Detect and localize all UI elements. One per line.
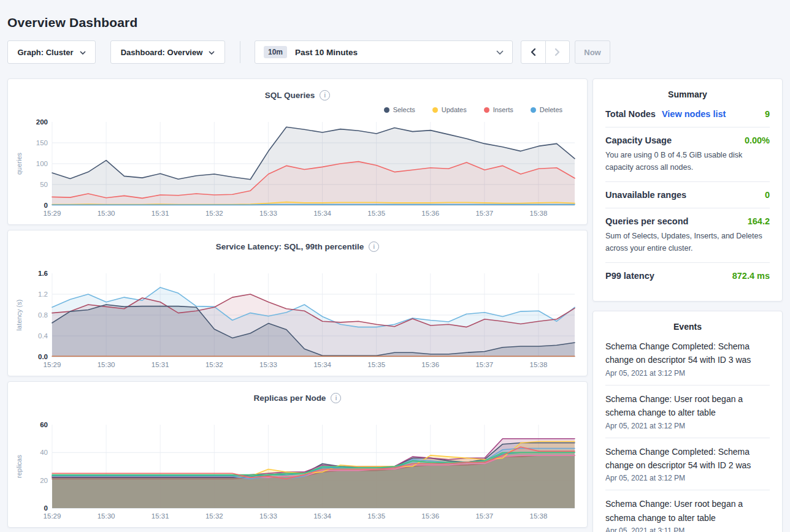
svg-text:15:34: 15:34 — [313, 210, 331, 217]
svg-text:15:30: 15:30 — [98, 210, 115, 217]
info-icon[interactable]: i — [331, 393, 341, 403]
svg-text:1.2: 1.2 — [38, 291, 48, 298]
y-axis-label: replicas — [15, 455, 23, 478]
legend-item-deletes[interactable]: Deletes — [531, 106, 562, 113]
legend-dot — [432, 107, 438, 113]
chart-legend — [8, 254, 587, 268]
svg-text:15:33: 15:33 — [259, 512, 277, 520]
svg-text:15:33: 15:33 — [259, 210, 277, 217]
svg-text:15:38: 15:38 — [530, 361, 548, 368]
summary-label: Queries per second — [605, 216, 688, 226]
summary-row-unavailable-ranges: Unavailable ranges 0 — [605, 181, 770, 208]
svg-text:50: 50 — [40, 181, 48, 188]
legend-item-inserts[interactable]: Inserts — [484, 106, 513, 113]
events-title: Events — [593, 311, 782, 336]
svg-text:15:29: 15:29 — [44, 512, 61, 520]
chevron-down-icon — [496, 48, 504, 57]
legend-label: Deletes — [540, 106, 562, 113]
graph-dropdown[interactable]: Graph: Cluster — [7, 40, 96, 64]
svg-text:0: 0 — [44, 504, 48, 512]
summary-label: Capacity Usage — [605, 135, 672, 145]
event-item[interactable]: Schema Change Completed: Schema change o… — [605, 438, 770, 490]
svg-text:15:32: 15:32 — [205, 210, 223, 217]
legend-item-selects[interactable]: Selects — [384, 106, 415, 113]
event-message: Schema Change Completed: Schema change o… — [605, 340, 770, 367]
svg-text:60: 60 — [40, 421, 48, 428]
summary-label: P99 latency — [605, 271, 654, 281]
time-step-buttons — [521, 40, 570, 64]
info-icon[interactable]: i — [320, 90, 330, 101]
summary-panel: Summary Total Nodes View nodes list 9 Ca… — [592, 78, 783, 302]
y-axis-label: queries — [15, 153, 23, 175]
sql-queries-chart: 15:2915:3015:3115:3215:3315:3415:3515:36… — [24, 117, 587, 222]
event-timestamp: Apr 05, 2021 at 3:12 PM — [605, 369, 770, 378]
graph-dropdown-label: Graph: Cluster — [17, 48, 73, 57]
event-timestamp: Apr 05, 2021 at 3:11 PM — [605, 526, 770, 532]
svg-text:15:30: 15:30 — [98, 361, 115, 368]
chart-title-service-latency: Service Latency: SQL, 99th percentile — [216, 242, 364, 251]
summary-description: You are using 0 B of 4.5 GiB usable disk… — [605, 149, 770, 173]
summary-value: 9 — [765, 109, 770, 119]
summary-row-queries-per-second: Queries per second 164.2 Sum of Selects,… — [605, 208, 770, 262]
chart-legend: SelectsUpdatesInsertsDeletes — [8, 102, 587, 117]
sql-queries-panel: SQL Queries i SelectsUpdatesInsertsDelet… — [7, 78, 588, 225]
y-axis-label: latency (s) — [15, 300, 23, 331]
dashboard-dropdown[interactable]: Dashboard: Overview — [110, 40, 225, 64]
svg-text:15:33: 15:33 — [259, 361, 277, 368]
svg-text:0: 0 — [44, 202, 48, 209]
svg-text:15:35: 15:35 — [367, 361, 385, 368]
svg-text:100: 100 — [36, 160, 48, 167]
view-nodes-list-link[interactable]: View nodes list — [662, 109, 726, 119]
step-forward-button[interactable] — [545, 41, 570, 63]
svg-text:15:29: 15:29 — [44, 361, 61, 368]
svg-text:15:38: 15:38 — [530, 210, 548, 217]
event-item[interactable]: Schema Change: User root began a schema … — [605, 490, 770, 532]
svg-text:0.4: 0.4 — [38, 332, 48, 340]
summary-value: 0.00% — [745, 135, 770, 145]
summary-row-p99-latency: P99 latency 872.4 ms — [605, 262, 770, 289]
chevron-down-icon — [80, 48, 86, 57]
legend-item-updates[interactable]: Updates — [432, 106, 467, 113]
svg-text:0.8: 0.8 — [38, 311, 48, 319]
svg-text:15:29: 15:29 — [44, 210, 61, 217]
svg-text:15:35: 15:35 — [367, 210, 385, 217]
summary-row-total-nodes: Total Nodes View nodes list 9 — [605, 104, 770, 127]
event-item[interactable]: Schema Change: User root began a schema … — [605, 385, 770, 438]
svg-text:15:37: 15:37 — [475, 361, 493, 368]
event-item[interactable]: Schema Change Completed: Schema change o… — [605, 336, 770, 385]
summary-title: Summary — [593, 79, 782, 104]
svg-text:15:36: 15:36 — [421, 210, 439, 217]
summary-value: 0 — [765, 190, 770, 200]
chevron-down-icon — [209, 48, 215, 57]
now-button[interactable]: Now — [575, 40, 610, 64]
chart-title-sql-queries: SQL Queries — [265, 91, 315, 100]
svg-text:15:31: 15:31 — [151, 512, 169, 520]
svg-text:40: 40 — [40, 449, 48, 456]
chart-title-replicas: Replicas per Node — [254, 393, 326, 403]
event-timestamp: Apr 05, 2021 at 3:12 PM — [605, 422, 770, 430]
svg-text:15:35: 15:35 — [367, 512, 385, 520]
summary-description: Sum of Selects, Updates, Inserts, and De… — [605, 230, 770, 254]
info-icon[interactable]: i — [369, 241, 379, 252]
legend-dot — [531, 107, 536, 113]
svg-text:15:37: 15:37 — [475, 210, 493, 217]
legend-dot — [384, 107, 389, 113]
svg-text:15:36: 15:36 — [421, 512, 439, 520]
svg-text:15:31: 15:31 — [151, 361, 169, 368]
replicas-per-node-chart: 15:2915:3015:3115:3215:3315:3415:3515:36… — [24, 420, 587, 525]
svg-text:15:32: 15:32 — [205, 512, 223, 520]
time-range-badge: 10m — [264, 46, 287, 58]
svg-text:15:34: 15:34 — [313, 512, 331, 520]
time-range-selector[interactable]: 10m Past 10 Minutes — [255, 40, 513, 64]
legend-label: Selects — [393, 106, 415, 113]
step-back-button[interactable] — [521, 41, 545, 63]
svg-text:15:36: 15:36 — [421, 361, 439, 368]
svg-text:200: 200 — [36, 118, 48, 126]
events-panel: Events Schema Change Completed: Schema c… — [592, 311, 783, 532]
legend-label: Updates — [442, 106, 467, 113]
svg-text:15:37: 15:37 — [475, 512, 493, 520]
svg-text:15:31: 15:31 — [151, 210, 169, 217]
legend-label: Inserts — [493, 106, 513, 113]
legend-dot — [484, 107, 489, 113]
toolbar-divider — [240, 41, 240, 63]
